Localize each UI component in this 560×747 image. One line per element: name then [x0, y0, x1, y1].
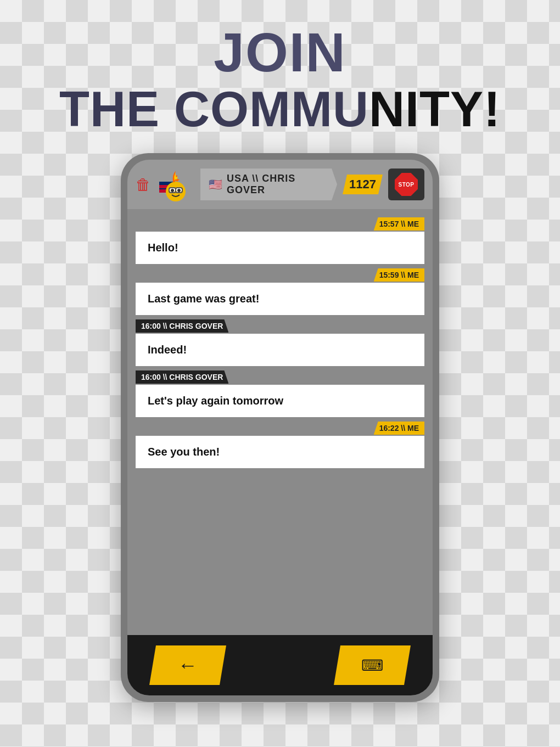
phone-inner: 🗑	[127, 160, 433, 695]
message-bubble-2: Last game was great!	[136, 283, 424, 315]
keyboard-icon: ⌨	[361, 656, 383, 675]
title-the-commu: THE COMMU	[59, 82, 369, 137]
stop-button[interactable]: STOP	[388, 169, 424, 200]
message-text-4: Let's play again tomorrow	[148, 395, 283, 407]
keyboard-button[interactable]: ⌨	[334, 645, 411, 685]
message-bubble-5: See you then!	[136, 436, 424, 468]
message-block-4: 16:00 \\ CHRIS GOVER Let's play again to…	[136, 370, 424, 417]
timestamp-2: 15:59 \\ ME	[374, 268, 424, 282]
avatar	[156, 165, 195, 204]
timestamp-3: 16:00 \\ CHRIS GOVER	[136, 319, 228, 333]
message-block-3: 16:00 \\ CHRIS GOVER Indeed!	[136, 319, 424, 366]
message-block-5: 16:22 \\ ME See you then!	[136, 422, 424, 468]
timestamp-5: 16:22 \\ ME	[374, 422, 424, 435]
chat-header: 🗑	[127, 160, 433, 209]
stop-label: STOP	[398, 182, 414, 188]
svg-point-6	[171, 189, 174, 192]
back-arrow-icon: ←	[178, 654, 198, 677]
timestamp-4: 16:00 \\ CHRIS GOVER	[136, 370, 228, 384]
flag-name-container: 🇺🇸 USA \\ CHRIS GOVER	[200, 169, 337, 200]
chat-area: 15:57 \\ ME Hello! 15:59 \\ ME Last game…	[127, 209, 433, 635]
title-join: JOIN	[59, 22, 501, 82]
page-title: JOIN THE COMMUNITY!	[59, 22, 501, 137]
message-bubble-4: Let's play again tomorrow	[136, 385, 424, 417]
title-community: THE COMMUNITY!	[59, 82, 501, 137]
stop-sign-icon: STOP	[395, 173, 418, 196]
score-badge: 1127	[343, 175, 383, 194]
back-button[interactable]: ←	[149, 645, 226, 685]
flag-icon: 🇺🇸	[209, 178, 222, 191]
main-content: JOIN THE COMMUNITY! 🗑	[0, 0, 560, 702]
message-bubble-1: Hello!	[136, 232, 424, 264]
message-block-2: 15:59 \\ ME Last game was great!	[136, 268, 424, 315]
message-text-5: See you then!	[148, 446, 220, 458]
username-label: USA \\ CHRIS GOVER	[227, 173, 329, 196]
message-text-3: Indeed!	[148, 344, 187, 356]
timestamp-1: 15:57 \\ ME	[374, 217, 424, 231]
message-text-2: Last game was great!	[148, 293, 259, 305]
title-nity: NITY!	[369, 82, 501, 137]
phone-frame: 🗑	[121, 153, 439, 702]
avatar-svg	[156, 165, 195, 204]
message-bubble-3: Indeed!	[136, 334, 424, 366]
message-block-1: 15:57 \\ ME Hello!	[136, 217, 424, 264]
message-text-1: Hello!	[148, 241, 178, 254]
svg-point-7	[177, 189, 181, 192]
trash-icon[interactable]: 🗑	[136, 176, 151, 194]
bottom-nav: ← ⌨	[127, 635, 433, 695]
